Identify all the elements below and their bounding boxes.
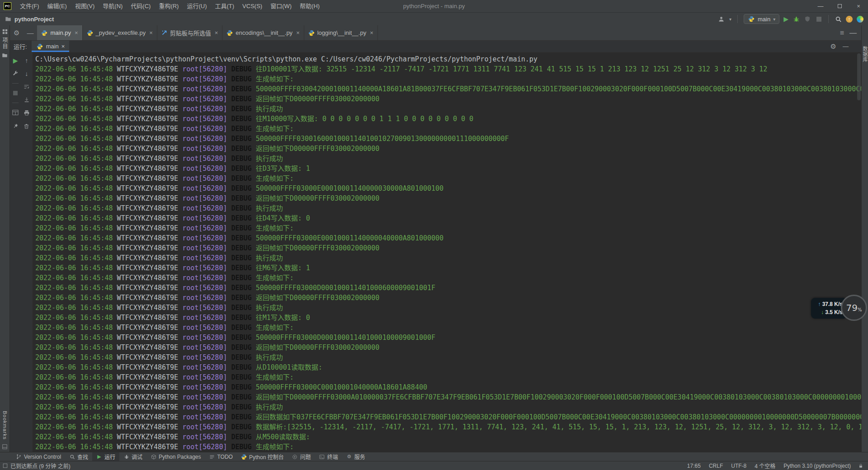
menu-item-6[interactable]: 重构(R) (155, 0, 183, 13)
menu-item-8[interactable]: 工具(T) (211, 0, 238, 13)
status-item-5[interactable]: Python 3.10 (pythonProject) (783, 463, 851, 469)
toolwindow-button-bug[interactable]: 调试 (119, 452, 146, 461)
console-line: 2022-06-06 16:45:48 WTFCXYKZY486T9E root… (35, 372, 861, 382)
update-available-icon[interactable]: ↑ (846, 16, 853, 23)
tab-list-icon[interactable]: ≡ (840, 29, 844, 37)
stripe-database-button[interactable]: 数据库 (861, 46, 868, 62)
close-button[interactable]: × (849, 0, 868, 12)
toolwindow-button-terminal[interactable]: 终端 (315, 452, 342, 461)
gradient-ball-icon[interactable] (857, 16, 863, 23)
editor-tab-5[interactable]: logging\__init__.py× (304, 25, 378, 40)
run-console-output[interactable]: C:\Users\cw0246\PycharmProjects\pythonPr… (33, 52, 861, 452)
run-toolbar-primary: ▶ (10, 52, 21, 452)
gear-icon[interactable]: ⚙ (830, 42, 836, 51)
close-icon[interactable]: × (370, 29, 373, 36)
menu-bar: 文件(F)编辑(E)视图(V)导航(N)代码(C)重构(R)运行(U)工具(T)… (16, 0, 324, 12)
run-configuration-select[interactable]: main ▾ (744, 14, 779, 24)
lock-icon[interactable] (858, 463, 863, 469)
usage-percent-sign: % (858, 307, 862, 312)
console-line: 2022-06-06 16:45:48 WTFCXYKZY486T9E root… (35, 323, 861, 333)
right-tool-stripe: 数据库 (861, 25, 868, 452)
hide-icon[interactable]: — (843, 43, 849, 50)
toolbar-separator (737, 15, 738, 23)
close-icon[interactable]: × (149, 29, 153, 36)
clear-console-icon[interactable] (23, 122, 30, 130)
search-everywhere-icon[interactable] (835, 15, 842, 23)
menu-item-3[interactable]: 视图(V) (71, 0, 99, 13)
stripe-bottom-icon[interactable] (2, 444, 7, 449)
toolwindow-button-python[interactable]: Python 控制台 (237, 452, 288, 461)
editor-tab-3[interactable]: 剪贴板与所选值× (157, 25, 223, 40)
toolwindow-button-todo[interactable]: TODO (205, 452, 237, 461)
folder-icon[interactable] (2, 52, 8, 58)
restore-layout-icon[interactable] (12, 109, 19, 116)
run-button[interactable]: ▶ (783, 15, 788, 23)
maximize-button[interactable] (830, 0, 849, 12)
console-line: 2022-06-06 16:45:48 WTFCXYKZY486T9E root… (35, 362, 861, 372)
editor-tab-4[interactable]: encodings\__init__.py× (222, 25, 304, 40)
hide-tabs-icon[interactable]: — (849, 29, 857, 37)
status-item-2[interactable]: CRLF (709, 463, 723, 469)
menu-item-7[interactable]: 运行(U) (183, 0, 211, 13)
toolwindow-button-run[interactable]: ▶运行 (92, 452, 119, 461)
tool-windows-icon[interactable] (2, 29, 8, 34)
tab-label: main.py (50, 29, 71, 36)
editor-tab-1[interactable]: main.py× (37, 25, 82, 40)
toolwindow-bar: Version Control查找▶运行调试Python PackagesTOD… (0, 452, 868, 461)
console-scrollbar[interactable] (857, 53, 861, 100)
chevron-down-icon: ▾ (773, 17, 775, 22)
close-icon[interactable]: × (75, 29, 78, 36)
title-bar: PC 文件(F)编辑(E)视图(V)导航(N)代码(C)重构(R)运行(U)工具… (0, 0, 868, 13)
close-icon[interactable]: × (215, 29, 218, 36)
editor-tab-2[interactable]: _pydev_execfile.py× (83, 25, 157, 40)
console-line: 2022-06-06 16:45:48 WTFCXYKZY486T9E root… (35, 223, 861, 233)
toolwindow-button-package[interactable]: Python Packages (146, 452, 205, 461)
status-item-4[interactable]: 4 个空格 (755, 462, 775, 470)
gear-icon[interactable]: ⚙ (10, 25, 23, 40)
settings-wrench-icon[interactable] (12, 70, 19, 77)
status-item-1[interactable]: 17:65 (687, 463, 701, 469)
soft-wrap-icon[interactable] (23, 83, 30, 90)
run-tab-main[interactable]: main × (32, 41, 70, 52)
hide-panel-icon[interactable]: — (23, 25, 37, 40)
stripe-bookmarks-button[interactable]: Bookmarks (2, 411, 8, 440)
toolwindow-button-services[interactable]: ⚙服务 (342, 452, 369, 461)
toolwindow-button-problems[interactable]: 问题 (288, 452, 315, 461)
menu-item-9[interactable]: VCS(S) (238, 0, 266, 13)
minimize-button[interactable]: — (811, 0, 830, 12)
menu-item-5[interactable]: 代码(C) (127, 0, 155, 13)
up-stack-trace-icon[interactable]: ↑ (23, 57, 30, 64)
close-icon[interactable]: × (296, 29, 300, 36)
close-icon[interactable]: × (61, 43, 65, 50)
rerun-button[interactable]: ▶ (12, 57, 19, 64)
menu-item-2[interactable]: 编辑(E) (43, 0, 71, 13)
toolwindow-button-search[interactable]: 查找 (65, 452, 92, 461)
menu-item-11[interactable]: 帮助(H) (296, 0, 324, 13)
run-toolbar: ▶ ↑ ↓ (10, 52, 33, 452)
editor-tabs: main.py×_pydev_execfile.py×剪贴板与所选值×encod… (37, 25, 377, 40)
run-with-coverage-button[interactable] (804, 15, 811, 23)
console-line: 2022-06-06 16:45:48 WTFCXYKZY486T9E root… (35, 283, 861, 293)
pin-icon[interactable] (12, 122, 19, 129)
stop-button[interactable] (815, 15, 822, 23)
user-profile-icon[interactable] (718, 15, 725, 23)
menu-item-4[interactable]: 导航(N) (99, 0, 127, 13)
console-line: 2022-06-06 16:45:48 WTFCXYKZY486T9E root… (35, 84, 861, 94)
menu-item-10[interactable]: 窗口(W) (266, 0, 296, 13)
debug-button[interactable] (793, 15, 800, 23)
scroll-to-end-icon[interactable] (23, 96, 30, 103)
stop-button[interactable] (12, 89, 19, 97)
terminal-icon (319, 454, 325, 460)
stripe-project-button[interactable]: 项目 (1, 37, 9, 50)
down-stack-trace-icon[interactable]: ↓ (23, 70, 30, 77)
project-breadcrumb[interactable]: pythonProject (5, 15, 54, 23)
status-item-3[interactable]: UTF-8 (731, 463, 746, 469)
run-tab-label: main (46, 43, 59, 50)
toolwindow-button-branch[interactable]: Version Control (12, 452, 65, 461)
menu-item-1[interactable]: 文件(F) (16, 0, 43, 13)
toolwindow-button-label: 问题 (300, 453, 311, 461)
print-icon[interactable] (23, 109, 30, 117)
toolbar-separator (828, 15, 829, 23)
status-left[interactable]: 已到达断点 (9 分钟 之前) (3, 462, 71, 470)
console-line: 2022-06-06 16:45:48 WTFCXYKZY486T9E root… (35, 174, 861, 183)
